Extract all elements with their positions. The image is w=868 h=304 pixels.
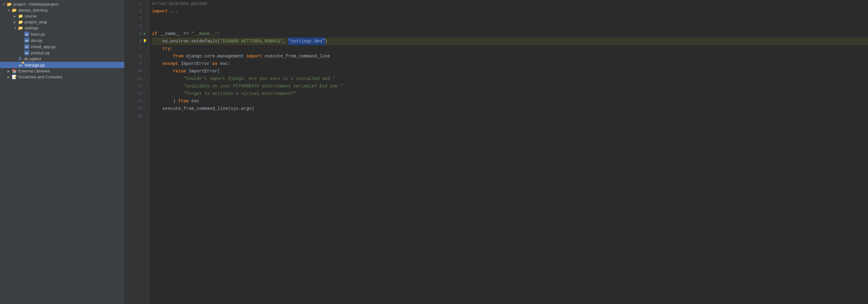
line-number: 7 — [135, 45, 142, 52]
python-file-icon: py — [24, 31, 29, 36]
fold-icon[interactable]: – — [142, 90, 148, 98]
code-line-15: execute_from_command_line(sys.argv) — [152, 105, 868, 112]
code-line-12: "available on your PYTHONPATH environmen… — [152, 82, 868, 90]
code-line-4 — [152, 23, 868, 30]
line-number: 15 — [135, 105, 142, 112]
line-number: 14 — [135, 98, 142, 105]
code-line-8: from django.core.management import execu… — [152, 52, 868, 60]
gutter-line-4: 4 — [125, 23, 149, 30]
sidebar-item-base_py[interactable]: pybase.py — [0, 31, 124, 37]
sidebar-item-label: project ~/Desktop/project — [13, 2, 124, 6]
code-line-10: raise ImportError( — [152, 67, 868, 75]
code-editor: 12345▶6💡789–1011–1213–14–15–16 #!/usr/bi… — [125, 0, 868, 304]
python-file-icon: py — [24, 50, 29, 55]
sidebar-item-install_app_py[interactable]: pyinstall_app.py — [0, 44, 124, 50]
sidebar-item-project-root[interactable]: ▼📂project ~/Desktop/project — [0, 1, 124, 7]
python-file-icon: py — [24, 38, 29, 43]
sidebar-item-label: install_app.py — [31, 44, 124, 49]
line-number: 4 — [135, 23, 142, 30]
code-line-16 — [152, 112, 868, 120]
sidebar-item-label: Scratches and Consoles — [19, 75, 124, 79]
gutter-line-7: 7 — [125, 45, 149, 52]
code-content[interactable]: #!/usr/bin/env pythonimport ... if __nam… — [150, 0, 868, 304]
gutter-line-1: 1 — [125, 0, 149, 7]
code-line-2: import ... — [152, 7, 868, 15]
fold-icon[interactable]: – — [142, 75, 148, 82]
folder-open-icon: 📂 — [18, 26, 23, 30]
sidebar-item-settings[interactable]: ▼📂settings — [0, 25, 124, 31]
sidebar-item-dev_py[interactable]: pydev.py — [0, 37, 124, 44]
gutter-line-9: 9– — [125, 60, 149, 67]
code-line-11: "Couldn't import Django. Are you sure it… — [152, 75, 868, 82]
sidebar-item-product_py[interactable]: pyproduct.py — [0, 50, 124, 56]
gutter-line-14: 14– — [125, 98, 149, 105]
line-number: 12 — [135, 82, 142, 90]
sidebar-item-always_learning[interactable]: ▼📂always_learning — [0, 7, 124, 13]
code-line-1: #!/usr/bin/env python — [152, 0, 868, 7]
fold-icon[interactable]: – — [142, 105, 148, 112]
code-line-13: "forget to activate a virtual environmen… — [152, 90, 868, 98]
sidebar-item-external_libraries[interactable]: ▶📚External Libraries — [0, 68, 124, 74]
gutter-line-10: 10 — [125, 67, 149, 75]
file-tree: ▼📂project ~/Desktop/project▼📂always_lear… — [0, 0, 125, 304]
gutter-line-5: 5▶ — [125, 30, 149, 37]
code-line-5: if __name__ == "__main__": — [152, 30, 868, 37]
gutter-line-15: 15– — [125, 105, 149, 112]
code-line-6: os.environ.setdefault("DJANGO_SETTINGS_M… — [152, 37, 868, 45]
sidebar-item-label: dev.py — [31, 38, 124, 43]
fold-icon[interactable]: – — [142, 60, 148, 67]
code-line-9: except ImportError as exc: — [152, 60, 868, 67]
sidebar-item-label: project_wsgi — [25, 20, 124, 24]
line-number: 13 — [135, 90, 142, 98]
python-file-icon: py — [24, 44, 29, 49]
code-line-3 — [152, 15, 868, 23]
folder-open-icon: 📂 — [12, 8, 17, 12]
bulb-icon[interactable]: 💡 — [142, 37, 148, 45]
gutter-line-2: 2 — [125, 7, 149, 15]
code-line-14: ) from exc — [152, 98, 868, 105]
line-number: 6 — [135, 37, 142, 45]
sidebar-item-scratches_consoles[interactable]: ▶📝Scratches and Consoles — [0, 74, 124, 80]
external-library-icon: 📚 — [12, 69, 17, 73]
line-number: 8 — [135, 52, 142, 60]
line-number: 9 — [135, 60, 142, 67]
folder-closed-icon: 📁 — [18, 20, 23, 24]
gutter-line-6: 6💡 — [125, 37, 149, 45]
run-icon[interactable]: ▶ — [142, 30, 148, 37]
gutter-line-11: 11– — [125, 75, 149, 82]
line-number: 2 — [135, 7, 142, 15]
line-number: 5 — [135, 30, 142, 37]
sidebar-item-label: settings — [25, 26, 124, 30]
gutter-line-16: 16 — [125, 112, 149, 120]
gutter-line-8: 8 — [125, 52, 149, 60]
folder-open-icon: 📂 — [7, 2, 12, 6]
fold-icon[interactable]: – — [142, 98, 148, 105]
sidebar-item-label: External Libraries — [19, 69, 124, 73]
gutter-line-12: 12 — [125, 82, 149, 90]
sidebar-item-manage_py[interactable]: pymanage.py — [0, 62, 124, 68]
db-file-icon: 🗄 — [18, 56, 22, 61]
sidebar-item-project_wsgi[interactable]: ▶📁project_wsgi — [0, 19, 124, 25]
sidebar-item-db_sqlite3[interactable]: 🗄db.sqlite3 — [0, 56, 124, 62]
sidebar-item-label: product.py — [31, 51, 124, 55]
gutter-line-13: 13– — [125, 90, 149, 98]
line-gutter: 12345▶6💡789–1011–1213–14–15–16 — [125, 0, 150, 304]
line-number: 10 — [135, 67, 142, 75]
sidebar-item-label: base.py — [31, 32, 124, 36]
sidebar-item-label: manage.py — [25, 63, 124, 67]
line-number: 16 — [135, 112, 142, 120]
sidebar-item-label: course — [25, 14, 124, 19]
folder-closed-icon: 📁 — [18, 14, 23, 19]
code-line-7: try: — [152, 45, 868, 52]
manage-file-icon: py — [18, 62, 23, 67]
sidebar-item-course[interactable]: ▶📁course — [0, 13, 124, 19]
line-number: 11 — [135, 75, 142, 82]
sidebar-item-label: always_learning — [19, 8, 124, 12]
line-number: 3 — [135, 15, 142, 23]
line-number: 1 — [135, 0, 142, 7]
gutter-line-3: 3 — [125, 15, 149, 23]
scratch-icon: 📝 — [12, 75, 17, 79]
sidebar-item-label: db.sqlite3 — [24, 56, 124, 61]
